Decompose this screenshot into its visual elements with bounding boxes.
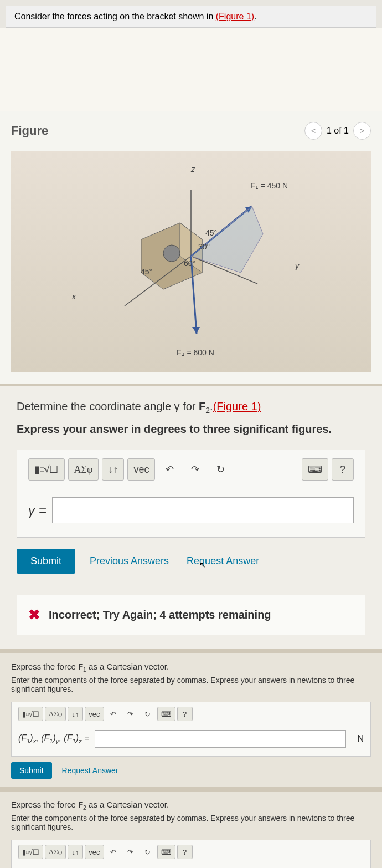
- undo-button-b[interactable]: ↶: [106, 707, 121, 721]
- vec-button-b[interactable]: vec: [85, 707, 104, 721]
- svg-point-2: [163, 245, 180, 262]
- feedback-box: ✖ Incorrect; Try Again; 4 attempts remai…: [17, 595, 365, 635]
- greek-button[interactable]: ΑΣφ: [68, 458, 99, 481]
- part-prompt-b: Express the force F1 as a Cartesian vect…: [11, 662, 371, 673]
- part-f1-cartesian: Express the force F1 as a Cartesian vect…: [0, 653, 382, 787]
- help-button-b[interactable]: ?: [177, 707, 193, 721]
- incorrect-icon: ✖: [28, 606, 40, 624]
- vec-button[interactable]: vec: [127, 458, 155, 481]
- reset-button[interactable]: ↻: [209, 458, 231, 481]
- part-instruction-b: Enter the components of the force separa…: [11, 676, 371, 693]
- subscript-button-b[interactable]: ↓↑: [68, 707, 83, 721]
- feedback-text: Incorrect; Try Again; 4 attempts remaini…: [49, 609, 271, 621]
- formula-toolbar: ▮□√☐ ΑΣφ ↓↑ vec ↶ ↷ ↻ ⌨ ?: [17, 450, 365, 489]
- request-answer-link-b[interactable]: Request Answer: [59, 765, 122, 775]
- part-instruction: Express your answer in degrees to three …: [17, 423, 365, 436]
- subscript-button[interactable]: ↓↑: [102, 458, 124, 481]
- greek-button-c[interactable]: ΑΣφ: [45, 845, 66, 859]
- figure-panel: Figure < 1 of 1 > z F₁ = 450 N 4: [0, 111, 382, 384]
- templates-button-c[interactable]: ▮□√☐: [18, 845, 43, 859]
- figure-link[interactable]: (Figure 1): [216, 12, 254, 21]
- figure-next-button[interactable]: >: [353, 122, 371, 140]
- keyboard-button[interactable]: ⌨: [302, 458, 328, 481]
- figure-counter: 1 of 1: [327, 126, 349, 136]
- keyboard-button-c[interactable]: ⌨: [157, 845, 175, 859]
- greek-button-b[interactable]: ΑΣφ: [45, 707, 66, 721]
- redo-button-b[interactable]: ↷: [123, 707, 138, 721]
- help-button-c[interactable]: ?: [177, 845, 193, 859]
- intro-text: Consider the forces acting on the bracke…: [14, 12, 216, 21]
- figure-title: Figure: [11, 124, 48, 138]
- problem-intro: Consider the forces acting on the bracke…: [6, 6, 376, 28]
- redo-button[interactable]: ↷: [184, 458, 206, 481]
- cursor-icon: ↖: [199, 560, 206, 569]
- answer-input-gamma[interactable]: [52, 497, 354, 523]
- templates-button-b[interactable]: ▮□√☐: [18, 707, 43, 721]
- part-prompt-c: Express the force F2 as a Cartesian vect…: [11, 800, 371, 811]
- answer-panel: ▮□√☐ ΑΣφ ↓↑ vec ↶ ↷ ↻ ⌨ ? γ =: [17, 450, 365, 538]
- submit-button-b[interactable]: Submit: [11, 762, 52, 779]
- previous-answers-link[interactable]: Previous Answers: [86, 555, 172, 568]
- request-answer-link[interactable]: Request Answer: [183, 555, 262, 568]
- redo-button-c[interactable]: ↷: [123, 845, 138, 859]
- svg-marker-9: [192, 327, 200, 334]
- figure-diagram: z F₁ = 450 N 45° 30° 60° 45° y x F₂ = 60…: [11, 151, 371, 372]
- subscript-button-c[interactable]: ↓↑: [68, 845, 83, 859]
- keyboard-button-b[interactable]: ⌨: [157, 707, 175, 721]
- unit-label-b: N: [352, 734, 364, 744]
- undo-button-c[interactable]: ↶: [106, 845, 121, 859]
- reset-button-c[interactable]: ↻: [140, 845, 156, 859]
- submit-button[interactable]: Submit: [17, 549, 75, 574]
- templates-button[interactable]: ▮□√☐: [28, 458, 65, 481]
- reset-button-b[interactable]: ↻: [140, 707, 156, 721]
- undo-button[interactable]: ↶: [158, 458, 180, 481]
- variable-label: γ =: [28, 503, 47, 518]
- figure-prev-button[interactable]: <: [304, 122, 322, 140]
- part-prompt: Determine the coordinate angle γ for F2.…: [17, 400, 365, 415]
- figure-link-a[interactable]: (Figure 1): [213, 400, 261, 412]
- help-button[interactable]: ?: [332, 458, 354, 481]
- part-f2-cartesian: Express the force F2 as a Cartesian vect…: [0, 792, 382, 868]
- vec-button-c[interactable]: vec: [85, 845, 104, 859]
- variable-label-b: (F1)x, (F1)y, (F1)z =: [18, 733, 89, 744]
- part-instruction-c: Enter the components of the force separa…: [11, 814, 371, 831]
- answer-input-f1[interactable]: [95, 730, 346, 748]
- part-gamma: Determine the coordinate angle γ for F2.…: [0, 386, 382, 649]
